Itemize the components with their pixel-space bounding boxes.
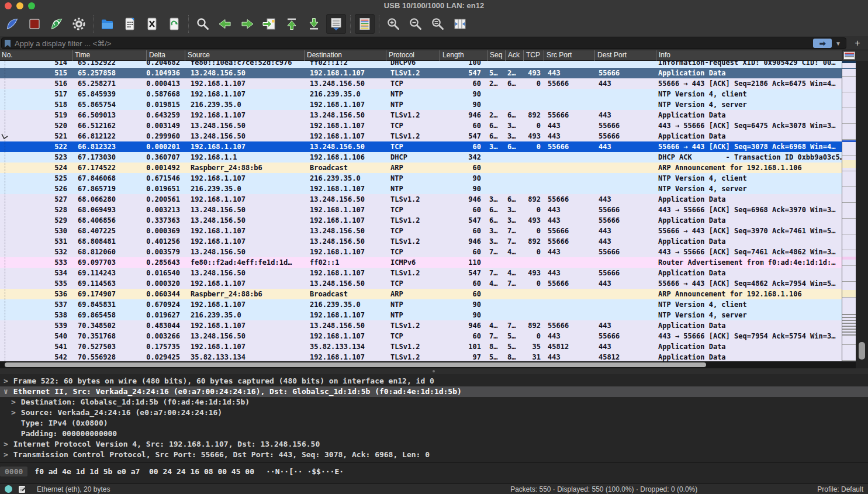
packet-row-533[interactable]: 53369.0977030.285643fe80::f2ad:4eff:fe1d… xyxy=(0,257,842,268)
packet-row-515[interactable]: 51565.2578580.10493613.248.156.50192.168… xyxy=(0,68,842,78)
packet-row-522[interactable]: 52266.8123230.000201192.168.1.10713.248.… xyxy=(0,141,842,152)
apply-filter-button[interactable]: ➡ xyxy=(813,39,832,48)
packet-row-524[interactable]: 52467.1745220.001492Raspberr_24:88:b6Bro… xyxy=(0,163,842,173)
profile-selector[interactable]: Profile: Default xyxy=(817,485,863,493)
cell-info: ARP Announcement for 192.168.1.106 xyxy=(656,163,842,173)
column-header-delta[interactable]: Delta xyxy=(146,50,185,61)
detail-line[interactable]: > Destination: Globalsc_1d:1d:5b (f0:ad:… xyxy=(0,397,868,407)
find-packet-button[interactable] xyxy=(193,14,213,34)
hex-row[interactable]: 0000 f0 ad 4e 1d 1d 5b e0 a7 00 24 24 16… xyxy=(0,467,868,476)
packet-row-526[interactable]: 52667.8657190.019651216.239.35.0192.168.… xyxy=(0,184,842,194)
hex-bytes[interactable]: f0 ad 4e 1d 1d 5b e0 a7 00 24 24 16 08 0… xyxy=(34,467,254,476)
packet-row-538[interactable]: 53869.8654580.019627216.239.35.0192.168.… xyxy=(0,310,842,320)
packet-row-527[interactable]: 52768.0662800.200561192.168.1.10713.248.… xyxy=(0,194,842,205)
packet-row-523[interactable]: 52367.1730300.360707192.168.1.1192.168.1… xyxy=(0,152,842,163)
capture-options-button[interactable] xyxy=(69,14,89,34)
packet-row-531[interactable]: 53168.8084810.401256192.168.1.10713.248.… xyxy=(0,236,842,247)
packet-row-520[interactable]: 52066.5121620.00314913.248.156.50192.168… xyxy=(0,120,842,131)
chevron-right-icon[interactable]: > xyxy=(3,439,9,450)
packet-row-517[interactable]: 51765.8459390.587668192.168.1.107216.239… xyxy=(0,89,842,99)
go-last-button[interactable] xyxy=(304,14,324,34)
cell-length: 60 xyxy=(440,78,487,89)
chevron-down-icon[interactable]: ∨ xyxy=(3,386,9,397)
expert-info-icon[interactable] xyxy=(5,485,12,493)
packet-row-537[interactable]: 53769.8458310.670924192.168.1.107216.239… xyxy=(0,299,842,310)
column-header-ack[interactable]: Ack xyxy=(505,50,523,61)
splitter-handle[interactable] xyxy=(433,370,435,372)
packet-row-529[interactable]: 52968.4068560.33736313.248.156.50192.168… xyxy=(0,215,842,226)
detail-line[interactable]: > Padding: 000000000000 xyxy=(0,429,868,439)
cell-delta: 0.000413 xyxy=(146,78,185,89)
packet-list: 51465.1529220.204682fe80::10ea:c7ce:52d:… xyxy=(0,61,842,361)
packet-row-540[interactable]: 54070.3517680.00326613.248.156.50192.168… xyxy=(0,331,842,341)
filter-dropdown-caret[interactable]: ▼ xyxy=(835,40,841,47)
packet-row-518[interactable]: 51865.8657540.019815216.239.35.0192.168.… xyxy=(0,99,842,110)
column-header-seq[interactable]: Seq xyxy=(487,50,505,61)
close-file-button[interactable] xyxy=(142,14,162,34)
zoom-out-button[interactable] xyxy=(406,14,426,34)
save-file-button[interactable] xyxy=(120,14,140,34)
detail-line[interactable]: > Internet Protocol Version 4, Src: 192.… xyxy=(0,439,868,450)
packet-row-519[interactable]: 51966.5090130.643259192.168.1.10713.248.… xyxy=(0,110,842,120)
reload-file-button[interactable] xyxy=(164,14,184,34)
display-filter-input[interactable]: Apply a display filter ... <⌘/> ➡ ▼ xyxy=(1,37,846,49)
chevron-right-icon[interactable]: > xyxy=(11,397,16,407)
start-capture-button[interactable] xyxy=(2,14,22,34)
detail-line[interactable]: > Source: Verkada_24:24:16 (e0:a7:00:24:… xyxy=(0,407,868,418)
packet-row-542[interactable]: 54270.5569280.02942535.82.133.134192.168… xyxy=(0,352,842,361)
chevron-right-icon[interactable]: > xyxy=(3,376,9,386)
packet-row-532[interactable]: 53268.8120600.00357913.248.156.50192.168… xyxy=(0,247,842,257)
auto-scroll-button[interactable] xyxy=(326,14,346,34)
packet-row-539[interactable]: 53970.3485020.483044192.168.1.10713.248.… xyxy=(0,320,842,331)
column-header-destination[interactable]: Destination xyxy=(304,50,386,61)
packet-row-516[interactable]: 51665.2582710.000413192.168.1.10713.248.… xyxy=(0,78,842,89)
packet-row-514[interactable]: 51465.1529220.204682fe80::10ea:c7ce:52d:… xyxy=(0,61,842,68)
column-header-time[interactable]: Time xyxy=(72,50,146,61)
packet-row-535[interactable]: 53569.1145630.000320192.168.1.10713.248.… xyxy=(0,278,842,289)
packet-row-541[interactable]: 54170.5275030.175735192.168.1.10735.82.1… xyxy=(0,341,842,352)
column-header-src_port[interactable]: Src Port xyxy=(544,50,594,61)
go-first-button[interactable] xyxy=(282,14,302,34)
hex-ascii[interactable]: ··N··[·· ·$$···E· xyxy=(266,467,344,476)
open-file-button[interactable] xyxy=(98,14,117,34)
add-filter-button[interactable]: + xyxy=(851,37,864,49)
column-header-protocol[interactable]: Protocol xyxy=(386,50,440,61)
column-header-no[interactable]: No. xyxy=(0,50,72,61)
column-header-dest_port[interactable]: Dest Port xyxy=(594,50,656,61)
go-to-packet-button[interactable] xyxy=(260,14,279,34)
vertical-scrollbar-thumb[interactable] xyxy=(859,342,865,360)
chevron-right-icon[interactable]: > xyxy=(3,450,9,460)
bookmark-icon[interactable] xyxy=(4,39,11,48)
pane-splitter[interactable] xyxy=(0,368,868,374)
detail-line[interactable]: ∨ Ethernet II, Src: Verkada_24:24:16 (e0… xyxy=(0,386,868,397)
detail-line[interactable]: > Frame 522: 60 bytes on wire (480 bits)… xyxy=(0,376,868,386)
resize-columns-button[interactable] xyxy=(450,14,470,34)
zoom-in-button[interactable] xyxy=(383,14,403,34)
intelligent-scrollbar-minimap[interactable] xyxy=(842,61,856,361)
vertical-scrollbar-track[interactable] xyxy=(856,61,868,368)
column-header-length[interactable]: Length xyxy=(440,50,487,61)
chevron-right-icon[interactable]: > xyxy=(11,407,16,418)
restart-capture-icon xyxy=(49,16,64,32)
horizontal-scrollbar-thumb[interactable] xyxy=(5,362,706,367)
packet-row-528[interactable]: 52868.0694930.00321313.248.156.50192.168… xyxy=(0,205,842,215)
cell-time: 69.845831 xyxy=(72,299,146,310)
capture-comment-icon[interactable] xyxy=(18,485,26,493)
packet-row-534[interactable]: 53469.1142430.01654013.248.156.50192.168… xyxy=(0,268,842,278)
column-header-info[interactable]: Info xyxy=(656,50,842,61)
colorize-button[interactable] xyxy=(355,14,375,34)
column-header-tcp[interactable]: TCP xyxy=(523,50,544,61)
restart-capture-button[interactable] xyxy=(47,14,67,34)
detail-line[interactable]: > Type: IPv4 (0x0800) xyxy=(0,418,868,429)
zoom-reset-button[interactable] xyxy=(428,14,448,34)
go-back-button[interactable] xyxy=(215,14,235,34)
stop-capture-button[interactable] xyxy=(25,14,44,34)
packet-row-525[interactable]: 52567.8460680.671546192.168.1.107216.239… xyxy=(0,173,842,184)
detail-line[interactable]: > Transmission Control Protocol, Src Por… xyxy=(0,450,868,460)
packet-row-536[interactable]: 53669.1749070.060344Raspberr_24:88:b6Bro… xyxy=(0,289,842,299)
go-forward-button[interactable] xyxy=(237,14,257,34)
packet-row-530[interactable]: 53068.4072250.000369192.168.1.10713.248.… xyxy=(0,226,842,236)
packet-row-521[interactable]: 52166.8121220.29996013.248.156.50192.168… xyxy=(0,131,842,141)
column-header-source[interactable]: Source xyxy=(185,50,304,61)
save-file-icon xyxy=(122,16,137,32)
